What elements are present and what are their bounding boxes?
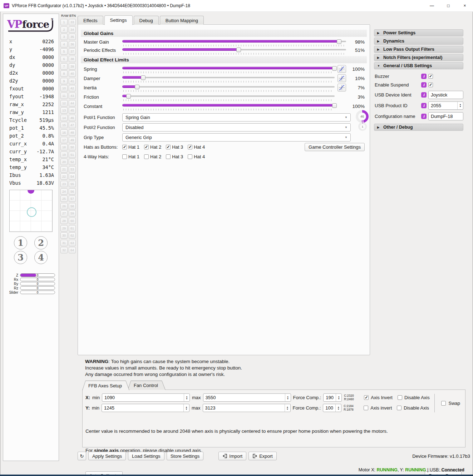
axis-min-input[interactable] xyxy=(102,404,183,412)
accordion-other-debug[interactable]: Other / Debug xyxy=(374,124,463,131)
buzzer-checkbox[interactable] xyxy=(428,74,433,79)
hat-checkbox-item[interactable]: Hat 4 xyxy=(188,144,205,150)
gain-slider[interactable] xyxy=(122,46,346,54)
checkbox[interactable] xyxy=(166,145,171,149)
disable-axis-item[interactable]: Disable Axis xyxy=(397,405,429,411)
curve-button[interactable] xyxy=(337,65,346,73)
configuration-name-input[interactable] xyxy=(428,112,463,120)
checkbox[interactable] xyxy=(144,154,149,159)
limit-slider[interactable] xyxy=(122,84,335,91)
spinner-arrows[interactable]: ▲▼ xyxy=(184,394,189,401)
export-button[interactable]: Export xyxy=(248,452,277,460)
checkbox[interactable] xyxy=(144,145,149,149)
axis-config-row: Y: min ▲▼ max ▲▼ Force Comp.: ▲▼ C:2184 xyxy=(85,403,462,412)
spinner-arrows[interactable]: ▲▼ xyxy=(336,394,341,401)
accordion-low-pass-filters[interactable]: Low Pass Output Filters xyxy=(374,46,463,53)
warning-line1: : Too high gains can cause the system be… xyxy=(108,359,230,364)
hat-checkbox-item[interactable]: Hat 2 xyxy=(144,154,161,159)
swap-checkbox[interactable] xyxy=(441,401,446,406)
checkbox[interactable] xyxy=(122,154,127,159)
hat-checkbox-item[interactable]: Hat 3 xyxy=(166,144,183,150)
checkbox[interactable] xyxy=(188,145,192,149)
disable-axis-checkbox[interactable] xyxy=(397,406,401,410)
main-tab[interactable]: Effects xyxy=(78,16,103,25)
disable-axis-item[interactable]: Disable Axis xyxy=(398,395,430,400)
pot2-function-select[interactable]: Disabled ▼ xyxy=(122,123,351,132)
axis-max-input[interactable] xyxy=(203,404,285,412)
limit-slider[interactable] xyxy=(122,102,335,110)
apply-settings-button[interactable]: Apply Settings xyxy=(88,452,126,460)
spinner-arrows[interactable]: ▲▼ xyxy=(457,102,463,109)
close-button[interactable]: × xyxy=(457,0,473,11)
hat-checkbox-item[interactable]: Hat 3 xyxy=(166,154,183,159)
slider-track[interactable] xyxy=(122,77,335,78)
game-controller-settings-button[interactable]: Game Controller Settings xyxy=(305,143,365,151)
disable-axis-checkbox[interactable] xyxy=(398,395,402,400)
main-tab[interactable]: Button Mapping xyxy=(160,16,204,25)
store-settings-button[interactable]: Store Settings xyxy=(167,452,204,460)
accordion-general-usb-settings[interactable]: General / USB Settings xyxy=(374,62,463,69)
force-comp-input[interactable] xyxy=(323,404,335,412)
accordion-notch-filters[interactable]: Notch Filters (experimental) xyxy=(374,54,463,61)
tab-fan-control[interactable]: Fan Control xyxy=(128,381,166,390)
swap-axes-item[interactable]: Swap xyxy=(434,394,460,412)
slider-handle[interactable] xyxy=(126,94,131,99)
accordion-label: Low Pass Output Filters xyxy=(383,47,434,52)
slider-track[interactable] xyxy=(122,86,335,88)
hat-checkbox-item[interactable]: Hat 4 xyxy=(188,154,205,159)
spinner-arrows[interactable]: ▲▼ xyxy=(285,404,290,412)
hat-checkbox-item[interactable]: Hat 1 xyxy=(122,154,139,159)
checkbox[interactable] xyxy=(166,154,171,159)
accordion-dynamics[interactable]: Dynamics xyxy=(374,38,463,45)
axis-min-input[interactable] xyxy=(102,394,184,401)
axis-invert-item[interactable]: Axis invert xyxy=(364,405,392,411)
main-tab[interactable]: Debug xyxy=(134,16,159,25)
load-settings-button[interactable]: Load Settings xyxy=(128,452,164,460)
slider-handle[interactable] xyxy=(332,103,337,108)
checkbox[interactable] xyxy=(188,154,192,159)
spinner-arrows[interactable]: ▲▼ xyxy=(183,404,189,412)
curve-button[interactable] xyxy=(337,74,346,82)
enable-suspend-checkbox[interactable] xyxy=(428,83,433,87)
force-comp-input[interactable] xyxy=(324,394,336,401)
accordion-power-settings[interactable]: Power Settings xyxy=(374,29,463,36)
import-button[interactable]: Import xyxy=(218,452,246,460)
telemetry-row: x 0226 xyxy=(9,38,54,45)
chevron-right-icon xyxy=(377,40,380,43)
slider-handle[interactable] xyxy=(332,66,337,71)
usb-device-ident-input[interactable] xyxy=(428,91,463,99)
slider-track[interactable] xyxy=(122,95,335,97)
limit-slider[interactable] xyxy=(122,93,335,101)
usb-product-id-input[interactable] xyxy=(429,102,457,109)
checkbox[interactable] xyxy=(122,145,127,149)
axis-invert-item[interactable]: Axis Invert xyxy=(364,395,393,400)
minimize-button[interactable]: — xyxy=(424,0,440,11)
raw-button-indicator: 34 xyxy=(69,26,76,33)
slider-handle[interactable] xyxy=(337,39,341,44)
grip-type-select[interactable]: Generic Grip ▼ xyxy=(122,133,351,142)
refresh-button[interactable]: ↻ xyxy=(78,452,86,460)
main-tab[interactable]: Settings xyxy=(104,15,133,25)
spinner-arrows[interactable]: ▲▼ xyxy=(285,394,291,401)
axis-min-spinner: ▲▼ xyxy=(102,393,190,402)
slider-handle[interactable] xyxy=(141,75,146,80)
axis-invert-checkbox[interactable] xyxy=(364,395,369,400)
accordion-label: Dynamics xyxy=(383,39,404,44)
curve-button[interactable] xyxy=(337,84,346,91)
slider-handle[interactable] xyxy=(236,48,241,52)
spinner-arrows[interactable]: ▲▼ xyxy=(335,404,341,412)
axis-invert-checkbox[interactable] xyxy=(364,406,368,410)
hat-checkbox-item[interactable]: Hat 2 xyxy=(144,144,161,150)
slider-handle[interactable] xyxy=(135,85,139,89)
maximize-button[interactable]: □ xyxy=(440,0,457,11)
pot1-function-select[interactable]: Spring Gain ▼ xyxy=(122,113,351,122)
gain-slider[interactable] xyxy=(122,38,346,46)
center-target-ring xyxy=(27,207,36,217)
tab-ffb-axes-setup[interactable]: FFB Axes Setup xyxy=(82,381,129,390)
hat-checkbox-item[interactable]: Hat 1 xyxy=(122,144,139,150)
axis-max-input[interactable] xyxy=(203,394,285,401)
raw-button-indicator: 22 xyxy=(60,173,68,180)
aux-axis-value: 0 xyxy=(20,287,55,289)
limit-slider[interactable] xyxy=(122,65,335,73)
limit-slider[interactable] xyxy=(122,74,335,82)
